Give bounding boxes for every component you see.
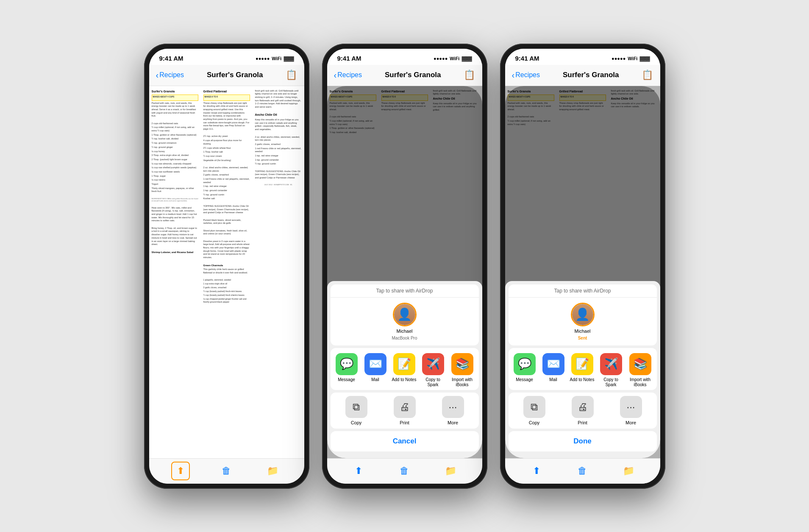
folder-button-3[interactable]: 📁 <box>619 462 638 480</box>
share-action-spark-3[interactable]: ✈️ Copy to Spark <box>598 353 624 387</box>
share-sheet-2: Tap to share with AirDrop 👤 Michael MacB… <box>327 86 482 458</box>
nav-back-1[interactable]: ‹ Recipes <box>156 70 184 80</box>
print-action-2[interactable]: 🖨 Print <box>382 396 427 425</box>
share-action-mail-2[interactable]: ✉️ Mail <box>363 353 388 387</box>
airdrop-label-3: Tap to share with AirDrop <box>509 284 657 298</box>
message-icon-2: 💬 <box>336 353 358 375</box>
ibooks-icon-3: 📚 <box>629 353 651 375</box>
recipe-col-1c: fresh grill rack with oil. Grill flatbre… <box>253 86 304 458</box>
phone-1: 9:41 AM ●●●●● WiFi ▓▓▓ ‹ Recipes Surfer'… <box>144 44 309 489</box>
share-action-mail-3[interactable]: ✉️ Mail <box>541 353 566 387</box>
back-chevron-2: ‹ <box>334 70 337 80</box>
nav-icon-2[interactable]: 📋 <box>464 70 475 81</box>
nav-icon-3[interactable]: 📋 <box>642 70 653 81</box>
phone-3-screen: 9:41 AM ●●●●● WiFi ▓▓▓ ‹ Recipes Surfer'… <box>505 49 660 484</box>
bottom-toolbar-2: ⬆ 🗑 📁 <box>327 458 482 484</box>
back-label-2: Recipes <box>337 71 362 79</box>
share-action-ibooks-2[interactable]: 📚 Import with iBooks <box>449 353 475 387</box>
nav-title-3: Surfer's Granola <box>563 71 619 79</box>
contact-avatar-michael-2: 👤 <box>393 303 417 326</box>
bottom-toolbar-1: ⬆ 🗑 📁 <box>149 458 304 484</box>
folder-button-1[interactable]: 📁 <box>263 462 282 480</box>
status-icons-3: ●●●●● WiFi ▓▓▓ <box>612 56 650 61</box>
mail-icon-2: ✉️ <box>364 353 386 375</box>
airdrop-section-2: Tap to share with AirDrop 👤 Michael MacB… <box>331 284 479 345</box>
notes-icon-2: 📝 <box>393 353 415 375</box>
wifi-icon-3: WiFi <box>628 56 637 61</box>
status-time-2: 9:41 AM <box>337 55 361 62</box>
share-actions-row1-2: 💬 Message ✉️ Mail 📝 Add to Notes <box>331 348 479 390</box>
spark-icon-2: ✈️ <box>422 353 444 375</box>
ibooks-label-3: Import with iBooks <box>627 377 653 387</box>
share-sheet-container-3: Tap to share with AirDrop 👤 Michael Sent <box>505 281 660 458</box>
share-action-notes-3[interactable]: 📝 Add to Notes <box>570 353 595 387</box>
ibooks-icon-2: 📚 <box>451 353 473 375</box>
person-face-michael-2: 👤 <box>394 304 415 325</box>
wifi-icon-2: WiFi <box>450 56 459 61</box>
phones-container: 9:41 AM ●●●●● WiFi ▓▓▓ ‹ Recipes Surfer'… <box>144 44 665 489</box>
nav-back-3[interactable]: ‹ Recipes <box>512 70 540 80</box>
contact-sub-michael-3: Sent <box>578 336 587 340</box>
back-label-1: Recipes <box>159 71 184 79</box>
spark-icon-3: ✈️ <box>600 353 622 375</box>
status-icons-2: ●●●●● WiFi ▓▓▓ <box>434 56 472 61</box>
more-icon-3: ··· <box>620 396 642 418</box>
print-action-3[interactable]: 🖨 Print <box>560 396 605 425</box>
trash-button-3[interactable]: 🗑 <box>573 462 592 480</box>
share-action-message-3[interactable]: 💬 Message <box>512 353 537 387</box>
back-label-3: Recipes <box>515 71 540 79</box>
status-time-1: 9:41 AM <box>159 55 183 62</box>
battery-icon-2: ▓▓▓ <box>461 56 472 61</box>
notes-icon-3: 📝 <box>571 353 593 375</box>
airdrop-contacts-2: 👤 Michael MacBook Pro <box>331 298 479 345</box>
status-icons-1: ●●●●● WiFi ▓▓▓ <box>256 56 294 61</box>
contact-name-michael-3: Michael <box>575 329 591 334</box>
back-chevron-3: ‹ <box>512 70 515 80</box>
recipe-content-1: Surfer's Granola MAKES ABOUT 4 CUPS Pack… <box>149 86 304 458</box>
copy-action-3[interactable]: ⧉ Copy <box>512 396 557 425</box>
status-time-3: 9:41 AM <box>515 55 539 62</box>
trash-button-1[interactable]: 🗑 <box>217 462 236 480</box>
phone-3: 9:41 AM ●●●●● WiFi ▓▓▓ ‹ Recipes Surfer'… <box>500 44 665 489</box>
contact-sub-michael-2: MacBook Pro <box>392 336 417 340</box>
cancel-button-2[interactable]: Cancel <box>331 431 479 451</box>
message-icon-3: 💬 <box>514 353 536 375</box>
done-button-3[interactable]: Done <box>509 431 657 451</box>
trash-button-2[interactable]: 🗑 <box>395 462 414 480</box>
message-label-3: Message <box>516 377 533 382</box>
airdrop-label-2: Tap to share with AirDrop <box>331 284 479 298</box>
contact-michael-2[interactable]: 👤 Michael MacBook Pro <box>392 303 417 340</box>
share-button-1[interactable]: ⬆ <box>171 462 190 480</box>
more-action-3[interactable]: ··· More <box>609 396 653 425</box>
share-actions-row2-3: ⧉ Copy 🖨 Print ··· More <box>509 393 657 429</box>
nav-bar-3: ‹ Recipes Surfer's Granola 📋 <box>505 65 660 86</box>
contact-michael-3[interactable]: 👤 Michael Sent <box>571 303 595 340</box>
share-action-spark-2[interactable]: ✈️ Copy to Spark <box>420 353 446 387</box>
phone-1-screen: 9:41 AM ●●●●● WiFi ▓▓▓ ‹ Recipes Surfer'… <box>149 49 304 484</box>
share-actions-row2-2: ⧉ Copy 🖨 Print ··· More <box>331 393 479 429</box>
notes-label-2: Add to Notes <box>392 377 417 382</box>
share-action-notes-2[interactable]: 📝 Add to Notes <box>392 353 417 387</box>
more-action-2[interactable]: ··· More <box>431 396 475 425</box>
person-face-michael-3: 👤 <box>572 304 593 325</box>
share-action-message-2[interactable]: 💬 Message <box>334 353 359 387</box>
copy-label-2: Copy <box>351 420 362 425</box>
share-sheet-container-2: Tap to share with AirDrop 👤 Michael MacB… <box>327 281 482 458</box>
print-label-2: Print <box>400 420 409 425</box>
more-icon-2: ··· <box>442 396 464 418</box>
signal-icon-3: ●●●●● <box>612 56 626 61</box>
nav-icon-1[interactable]: 📋 <box>286 70 297 81</box>
more-label-2: More <box>448 420 458 425</box>
contact-name-michael-2: Michael <box>397 329 413 334</box>
share-action-ibooks-3[interactable]: 📚 Import with iBooks <box>627 353 653 387</box>
share-button-3[interactable]: ⬆ <box>527 462 546 480</box>
share-button-2[interactable]: ⬆ <box>349 462 368 480</box>
folder-button-2[interactable]: 📁 <box>441 462 460 480</box>
phone-2-screen: 9:41 AM ●●●●● WiFi ▓▓▓ ‹ Recipes Surfer'… <box>327 49 482 484</box>
copy-action-2[interactable]: ⧉ Copy <box>334 396 379 425</box>
share-actions-row1-3: 💬 Message ✉️ Mail 📝 Add to Notes <box>509 348 657 390</box>
share-sheet-3: Tap to share with AirDrop 👤 Michael Sent <box>505 86 660 458</box>
airdrop-contacts-3: 👤 Michael Sent <box>509 298 657 345</box>
nav-back-2[interactable]: ‹ Recipes <box>334 70 362 80</box>
more-label-3: More <box>626 420 636 425</box>
